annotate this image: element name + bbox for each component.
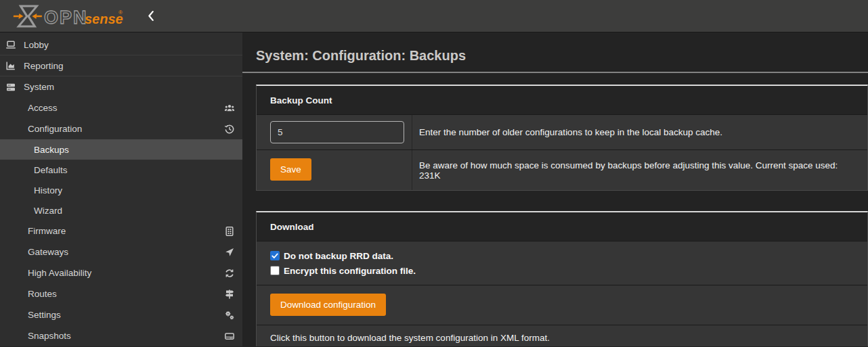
sidebar-item-backups[interactable]: Backups [0, 139, 242, 160]
sidebar-item-reporting[interactable]: Reporting [0, 55, 242, 76]
backup-count-panel: Backup Count Enter the number of older c… [256, 85, 868, 191]
sidebar-item-label: Snapshots [28, 331, 71, 341]
backup-count-save-row: Save Be aware of how much space is consu… [257, 150, 867, 190]
sidebar-item-access[interactable]: Access [0, 97, 242, 118]
checkbox-unchecked[interactable] [270, 266, 280, 275]
checkbox-label[interactable]: Encrypt this configuration file. [284, 266, 416, 276]
save-button[interactable]: Save [270, 158, 311, 181]
sidebar-item-label: Reporting [24, 61, 64, 71]
sidebar-item-label: System [24, 82, 54, 92]
history-icon [224, 124, 235, 135]
opnsense-logo[interactable]: OPN sense ® [9, 3, 124, 30]
save-help: Be aware of how much space is consumed b… [412, 150, 867, 190]
sidebar-nav: LobbyReportingSystemAccessConfigurationB… [0, 32, 242, 346]
server-icon [5, 82, 16, 93]
sidebar-item-label: High Availability [28, 268, 91, 278]
sidebar-item-label: Routes [28, 289, 57, 299]
sidebar-item-label: Firmware [28, 226, 66, 236]
checkbox-checked[interactable] [270, 251, 280, 260]
map-signs-icon [224, 289, 235, 300]
sidebar-item-system[interactable]: System [0, 76, 242, 97]
sidebar-item-settings[interactable]: Settings [0, 304, 242, 325]
download-help: Click this button to download the system… [257, 325, 867, 346]
sidebar-item-label: Access [28, 103, 58, 113]
sidebar-item-firmware[interactable]: Firmware [0, 221, 242, 241]
download-option-1: Encrypt this configuration file. [270, 263, 854, 278]
checkbox-label[interactable]: Do not backup RRD data. [284, 251, 393, 261]
backup-count-help: Enter the number of older configurations… [412, 115, 867, 149]
brand-sense: sense [85, 11, 123, 26]
download-configuration-button[interactable]: Download configuration [270, 294, 386, 316]
sidebar-item-wizard[interactable]: Wizard [0, 200, 242, 221]
sidebar-item-defaults[interactable]: Defaults [0, 160, 242, 180]
opnsense-hourglass-icon [12, 6, 43, 26]
backup-count-input-row: Enter the number of older configurations… [257, 115, 867, 150]
brand-opn: OPN [44, 7, 88, 28]
main-content: System: Configuration: Backups Backup Co… [242, 32, 868, 346]
download-panel: Download Do not backup RRD data.Encrypt … [256, 211, 868, 346]
firmware-icon [224, 226, 235, 237]
chart-area-icon [5, 60, 16, 71]
sidebar-item-history[interactable]: History [0, 180, 242, 200]
sidebar-item-label: Backups [34, 145, 69, 155]
gears-icon [224, 310, 235, 321]
page-title: System: Configuration: Backups [256, 48, 868, 64]
sidebar-item-high-availability[interactable]: High Availability [0, 262, 242, 283]
sidebar-item-label: History [34, 185, 62, 195]
sidebar-item-configuration[interactable]: Configuration [0, 118, 242, 139]
laptop-icon [5, 39, 16, 50]
chevron-left-icon [147, 10, 154, 22]
sidebar-item-label: Gateways [28, 247, 68, 257]
location-arrow-icon [224, 247, 235, 258]
sync-icon [224, 268, 235, 279]
sidebar-item-routes[interactable]: Routes [0, 283, 242, 304]
sidebar-collapse-button[interactable] [144, 7, 157, 24]
backup-count-header: Backup Count [257, 86, 867, 115]
sidebar-item-label: Settings [28, 310, 61, 320]
sidebar-item-lobby[interactable]: Lobby [0, 34, 242, 55]
users-icon [224, 103, 235, 114]
sidebar-item-label: Lobby [24, 40, 49, 50]
registered-mark: ® [118, 9, 123, 16]
sidebar-item-snapshots[interactable]: Snapshots [0, 325, 242, 346]
download-button-row: Download configuration [257, 285, 867, 325]
sidebar-item-label: Defaults [34, 165, 68, 175]
sidebar-item-label: Wizard [34, 206, 62, 216]
download-options-row: Do not backup RRD data.Encrypt this conf… [257, 241, 867, 285]
sidebar-item-label: Configuration [28, 124, 82, 134]
sidebar-item-gateways[interactable]: Gateways [0, 241, 242, 262]
top-bar: OPN sense ® [0, 0, 868, 32]
hdd-icon [224, 331, 235, 342]
download-header: Download [257, 212, 867, 241]
download-option-0: Do not backup RRD data. [270, 248, 854, 263]
backup-count-input[interactable] [270, 121, 404, 143]
